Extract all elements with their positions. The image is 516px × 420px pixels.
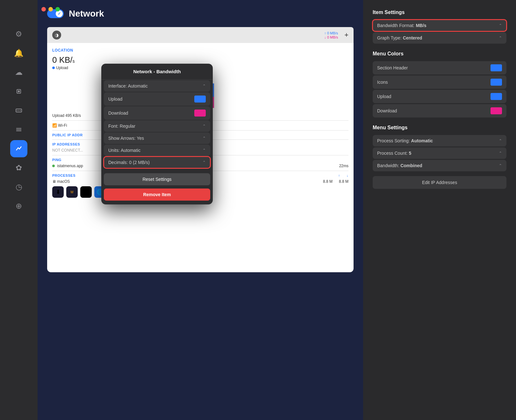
chevron-icon-decimals: ⌃ <box>203 160 206 165</box>
close-button[interactable] <box>41 7 46 11</box>
download-label: Download <box>377 108 397 113</box>
sidebar-item-time[interactable]: ◷ <box>10 178 27 196</box>
processes-title: PROCESSES <box>52 174 75 177</box>
popup-font-label: Font: Regular <box>108 124 135 129</box>
sidebar-item-memory[interactable] <box>10 102 27 119</box>
dock-icon-2: W <box>66 186 78 198</box>
popup-decimals-row[interactable]: Decimals: 0 (2 MB/s) ⌃ <box>104 157 210 168</box>
bandwidth-format-row[interactable]: Bandwidth Format: MB/s ⌃ <box>373 20 506 31</box>
process-icon: 🖥 macOS <box>52 179 70 184</box>
svg-rect-5 <box>20 110 21 111</box>
reset-settings-button[interactable]: Reset Settings <box>104 173 210 185</box>
download-stat: ↓ 0 MB/s <box>324 35 338 39</box>
popup-upload-row[interactable]: Upload <box>104 92 210 106</box>
popup-units-row[interactable]: Units: Automatic ⌃ <box>104 145 210 156</box>
chevron-icon-graph: ⌃ <box>499 36 502 40</box>
chevron-icon-arrows: ⌃ <box>203 136 206 140</box>
section-header-label: Section Header <box>377 65 408 70</box>
menu-bar-preview: ◑ ↑ 0 MB/s ↓ 0 MB/s + <box>47 27 354 43</box>
sidebar-item-gear[interactable]: ⚙ <box>10 25 27 43</box>
item-settings-title: Item Settings <box>373 10 506 15</box>
sidebar-item-combine[interactable]: ⊕ <box>10 197 27 215</box>
graph-type-label: Graph Type: Centered <box>377 35 422 40</box>
popup-title: Network - Bandwidth <box>101 64 213 80</box>
popup-show-arrows-row[interactable]: Show Arrows: Yes ⌃ <box>104 132 210 144</box>
sidebar-item-fan[interactable]: ✿ <box>10 159 27 176</box>
bandwidth-value: 0 KB/s <box>52 55 75 65</box>
icons-row[interactable]: Icons <box>373 75 506 89</box>
upload-stat: ↑ 0 MB/s <box>324 31 338 35</box>
menu-bar-half-circle-icon: ◑ <box>52 31 61 39</box>
download-color-swatch[interactable] <box>194 110 206 117</box>
popup-units-label: Units: Automatic <box>108 148 140 153</box>
popup-upload-label: Upload <box>108 96 122 102</box>
popup-download-label: Download <box>108 110 128 116</box>
sidebar-item-cloud[interactable]: ☁ <box>10 64 27 81</box>
upload-color-swatch[interactable] <box>194 96 206 103</box>
menu-bar-stats: ↑ 0 MB/s ↓ 0 MB/s <box>324 31 338 39</box>
popup-font-row[interactable]: Font: Regular ⌃ <box>104 120 210 132</box>
chevron-icon-count: ⌃ <box>499 151 502 155</box>
svg-rect-3 <box>17 110 18 111</box>
menu-settings-title: Menu Settings <box>373 125 506 131</box>
svg-rect-1 <box>18 90 20 92</box>
chevron-icon-font: ⌃ <box>203 124 206 128</box>
download-row[interactable]: Download <box>373 104 506 117</box>
graph-type-row[interactable]: Graph Type: Centered ⌃ <box>373 32 506 44</box>
svg-rect-4 <box>18 110 19 111</box>
popup-download-row[interactable]: Download <box>104 106 210 120</box>
top-bar: ✓ Network <box>38 0 363 27</box>
menu-colors-title: Menu Colors <box>373 51 506 57</box>
main-content: ✓ Network ◑ ↑ 0 MB/s ↓ 0 MB/s + LOCATION… <box>38 0 363 420</box>
chevron-icon: ⌃ <box>203 84 206 88</box>
maximize-button[interactable] <box>55 7 60 11</box>
dock-icon-1: ⬇ <box>52 186 64 198</box>
icons-label: Icons <box>377 80 388 85</box>
wifi-icon: 📶 Wi-Fi <box>52 123 67 128</box>
process-count-row[interactable]: Process Count: 5 ⌃ <box>373 147 506 159</box>
popup-show-arrows-label: Show Arrows: Yes <box>108 136 144 141</box>
process-sorting-label: Process Sorting: Automatic <box>377 138 433 143</box>
popup-interface-label: Interface: Automatic <box>108 83 148 89</box>
sidebar-item-cpu[interactable] <box>10 83 27 100</box>
settings-panel: Item Settings Bandwidth Format: MB/s ⌃ G… <box>363 0 516 420</box>
section-header-row[interactable]: Section Header <box>373 61 506 75</box>
icons-color[interactable] <box>491 79 502 86</box>
chevron-icon-bandwidth: ⌃ <box>499 23 502 28</box>
sidebar-item-storage[interactable] <box>10 121 27 138</box>
minimize-button[interactable] <box>48 7 53 11</box>
chevron-icon-bandwidth2: ⌃ <box>499 163 502 168</box>
process-count-label: Process Count: 5 <box>377 151 411 156</box>
bandwidth-format-label: Bandwidth Format: MB/s <box>377 23 426 28</box>
upload-label: Upload <box>377 94 391 99</box>
process-values: 8.8 M 8.8 M <box>323 179 348 184</box>
checkmark-icon: ✓ <box>58 11 61 16</box>
chevron-icon-units: ⌃ <box>203 148 206 153</box>
download-color[interactable] <box>491 107 502 114</box>
bandwidth-row-label: Bandwidth: Combined <box>377 163 422 168</box>
dock-icon-3: ▶ <box>80 186 92 198</box>
bandwidth-row[interactable]: Bandwidth: Combined ⌃ <box>373 160 506 171</box>
chevron-icon-sorting: ⌃ <box>499 139 502 143</box>
popup-interface-row[interactable]: Interface: Automatic ⌃ <box>104 80 210 92</box>
section-header-color[interactable] <box>491 64 502 71</box>
popup: Network - Bandwidth Interface: Automatic… <box>101 64 213 204</box>
processes-arrows: ↑↓ <box>338 174 348 177</box>
upload-row[interactable]: Upload <box>373 90 506 103</box>
sidebar-item-bell[interactable]: 🔔 <box>10 45 27 62</box>
ping-value: 22ms <box>339 164 348 168</box>
add-item-button[interactable]: + <box>344 31 348 39</box>
upload-color[interactable] <box>491 93 502 100</box>
sidebar: ⚙ 🔔 ☁ ✿ ◷ ⊕ <box>0 0 38 420</box>
process-sorting-row[interactable]: Process Sorting: Automatic ⌃ <box>373 135 506 146</box>
remove-item-button[interactable]: Remove Item <box>104 189 210 201</box>
ping-host: istatmenus.app <box>52 164 83 168</box>
sidebar-item-network[interactable] <box>10 140 27 157</box>
page-title: Network <box>69 9 104 19</box>
location-section-title: LOCATION <box>52 48 348 53</box>
popup-decimals-label: Decimals: 0 (2 MB/s) <box>108 160 150 165</box>
edit-ip-button[interactable]: Edit IP Addresses <box>373 176 506 189</box>
